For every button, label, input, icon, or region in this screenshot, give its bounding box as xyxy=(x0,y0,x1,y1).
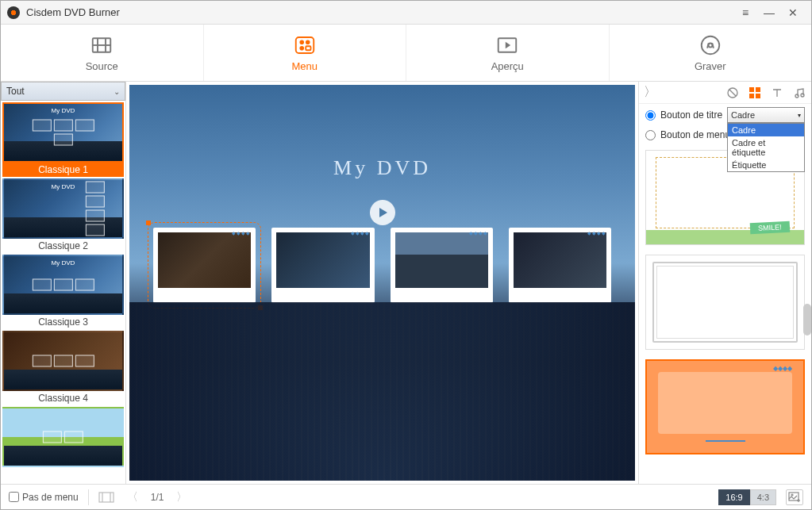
template-thumb: My DVD xyxy=(2,178,124,239)
radio-label: Bouton de menu xyxy=(660,129,730,140)
template-list[interactable]: My DVD Classique 1 My DVD Classique 2 My… xyxy=(1,101,125,484)
no-frame-icon[interactable] xyxy=(725,86,740,100)
menu-canvas[interactable]: My DVD ◆◆◆◆ ◆◆◆◆ ◆◆◆◆ ◆◆◆◆ xyxy=(129,85,635,481)
radio-row-title-button: Bouton de titre Cadre ▾ Cadre Cadre et é… xyxy=(639,104,811,126)
template-label: Classique 2 xyxy=(2,239,124,253)
no-menu-checkbox[interactable] xyxy=(9,492,19,502)
svg-rect-18 xyxy=(756,94,760,98)
prev-page-button[interactable]: 〈 xyxy=(124,490,141,504)
properties-panel: 〉 Bouton de titre Cadre ▾ Cadre Cadre et… xyxy=(638,82,811,484)
category-dropdown[interactable]: Tout ⌄ xyxy=(1,82,125,101)
preview-area: My DVD ◆◆◆◆ ◆◆◆◆ ◆◆◆◆ ◆◆◆◆ xyxy=(126,82,638,484)
frame-tag-label: SMILE! xyxy=(750,221,790,235)
frame-select-wrap: Cadre ▾ Cadre Cadre et étiquette Étiquet… xyxy=(727,107,805,123)
svg-rect-21 xyxy=(99,493,114,502)
svg-rect-15 xyxy=(749,87,754,92)
template-thumb xyxy=(2,331,124,391)
title-thumbnail[interactable]: ◆◆◆◆ xyxy=(153,228,256,303)
template-label: Classique 3 xyxy=(2,315,124,329)
close-button[interactable]: ✕ xyxy=(781,5,805,21)
radio-menu-button[interactable] xyxy=(645,130,656,140)
svg-line-14 xyxy=(729,90,736,96)
no-menu-checkbox-wrap[interactable]: Pas de menu xyxy=(9,492,79,503)
chevron-down-icon: ⌄ xyxy=(114,87,120,96)
template-item-classique-4[interactable]: Classique 4 xyxy=(2,331,124,405)
template-item-classique-2[interactable]: My DVD Classique 2 xyxy=(2,178,124,253)
tab-burn[interactable]: Graver xyxy=(610,25,812,81)
text-icon[interactable] xyxy=(770,86,784,100)
svg-point-25 xyxy=(791,494,793,496)
app-title: Cisdem DVD Burner xyxy=(26,6,733,18)
svg-point-7 xyxy=(300,47,303,50)
scrollbar-thumb[interactable] xyxy=(803,304,811,336)
svg-marker-10 xyxy=(506,44,510,48)
dvd-title[interactable]: My DVD xyxy=(333,156,431,180)
frame-select[interactable]: Cadre ▾ xyxy=(727,107,805,123)
template-item-classique-3[interactable]: My DVD Classique 3 xyxy=(2,255,124,329)
select-value: Cadre xyxy=(731,110,755,120)
play-button[interactable] xyxy=(370,200,395,225)
tab-preview[interactable]: Aperçu xyxy=(406,25,610,81)
aspect-ratio-toggle: 16:9 4:3 xyxy=(718,489,776,505)
hamburger-menu-button[interactable]: ≡ xyxy=(733,5,757,21)
template-item-5[interactable] xyxy=(2,407,124,467)
template-sidebar: Tout ⌄ My DVD Classique 1 My DVD Classiq… xyxy=(1,82,126,484)
tab-label: Source xyxy=(86,60,118,72)
tab-label: Graver xyxy=(695,60,726,72)
tab-menu[interactable]: Menu xyxy=(204,25,407,81)
svg-point-19 xyxy=(795,94,799,98)
tab-label: Menu xyxy=(291,60,317,72)
template-label: Classique 1 xyxy=(2,163,124,177)
ratio-43-button[interactable]: 4:3 xyxy=(750,489,776,505)
burn-disc-icon xyxy=(698,33,722,57)
svg-point-20 xyxy=(801,94,804,97)
no-menu-label: Pas de menu xyxy=(22,492,79,503)
ratio-169-button[interactable]: 16:9 xyxy=(718,489,749,505)
title-thumbnail[interactable]: ◆◆◆◆ xyxy=(391,228,493,303)
menu-template-icon xyxy=(293,33,317,57)
main-nav: Source Menu Aperçu Graver xyxy=(1,25,811,82)
svg-point-5 xyxy=(300,40,303,44)
music-icon[interactable] xyxy=(792,86,806,100)
add-image-button[interactable] xyxy=(786,489,803,505)
svg-rect-17 xyxy=(749,94,754,98)
frame-style-item[interactable]: ◆◆◆◆ xyxy=(645,359,805,454)
template-item-classique-1[interactable]: My DVD Classique 1 xyxy=(2,102,124,177)
svg-point-6 xyxy=(306,40,310,44)
dropdown-option[interactable]: Cadre xyxy=(728,124,804,136)
template-thumb xyxy=(2,407,124,467)
template-thumb: My DVD xyxy=(2,102,124,163)
template-label: Classique 4 xyxy=(2,391,124,405)
svg-point-11 xyxy=(702,36,720,55)
app-logo-icon xyxy=(7,6,20,19)
page-indicator: 1/1 xyxy=(151,492,164,503)
radio-label: Bouton de titre xyxy=(660,109,722,121)
play-preview-icon xyxy=(495,33,519,57)
svg-rect-4 xyxy=(296,37,314,53)
dropdown-option[interactable]: Cadre et étiquette xyxy=(728,136,804,159)
minimize-button[interactable]: — xyxy=(757,5,781,21)
chevron-down-icon: ▾ xyxy=(798,112,801,119)
frame-styles-list[interactable]: SMILE! ◆◆◆◆ xyxy=(639,144,811,484)
title-thumbnail[interactable]: ◆◆◆◆ xyxy=(271,228,374,303)
svg-rect-8 xyxy=(306,46,310,50)
properties-toolbar: 〉 xyxy=(639,82,811,104)
filmstrip-icon xyxy=(90,33,114,57)
template-thumb: My DVD xyxy=(2,255,124,315)
dropdown-option[interactable]: Étiquette xyxy=(728,159,804,171)
title-thumbnails-row: ◆◆◆◆ ◆◆◆◆ ◆◆◆◆ ◆◆◆◆ xyxy=(153,228,611,303)
template-mini-title: My DVD xyxy=(52,107,75,114)
template-mini-title: My DVD xyxy=(52,259,75,267)
filmstrip-icon xyxy=(98,491,114,504)
radio-title-button[interactable] xyxy=(645,110,656,121)
bottom-bar: Pas de menu 〈 1/1 〉 16:9 4:3 xyxy=(1,484,811,509)
title-thumbnail[interactable]: ◆◆◆◆ xyxy=(509,228,611,303)
tab-label: Aperçu xyxy=(491,60,524,72)
collapse-panel-button[interactable]: 〉 xyxy=(644,84,656,101)
frame-dropdown-list: Cadre Cadre et étiquette Étiquette xyxy=(727,123,805,172)
tab-source[interactable]: Source xyxy=(1,25,204,81)
title-bar: Cisdem DVD Burner ≡ — ✕ xyxy=(1,1,811,25)
frame-grid-icon[interactable] xyxy=(748,86,762,100)
next-page-button[interactable]: 〉 xyxy=(173,490,190,504)
frame-style-item[interactable] xyxy=(645,255,805,350)
